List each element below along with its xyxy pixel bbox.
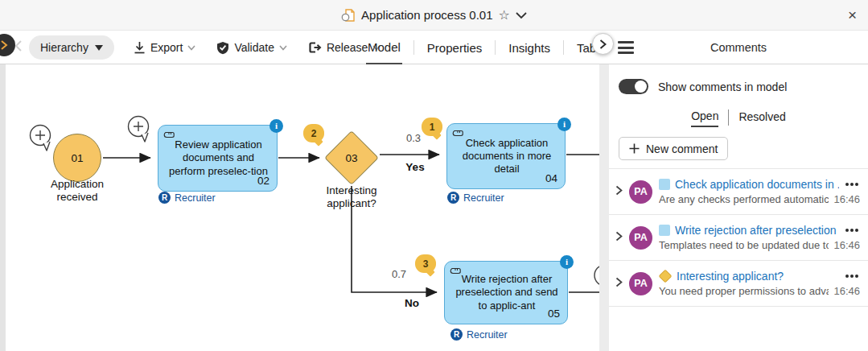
show-comments-toggle[interactable]: [619, 79, 648, 94]
chevron-right-icon: [599, 39, 607, 49]
comment-count-badge[interactable]: 1: [422, 118, 442, 136]
comment-preview: Are any checks performed automatical...: [659, 193, 829, 205]
model-title-group[interactable]: Application process 0.01 ☆: [341, 8, 527, 23]
tab-resolved[interactable]: Resolved: [738, 109, 785, 126]
chevron-down-icon: [187, 45, 195, 51]
new-comment-label: New comment: [646, 142, 718, 155]
validate-button[interactable]: Validate: [216, 41, 287, 55]
tab-open[interactable]: Open: [691, 108, 718, 127]
comment-time: 16:46: [833, 193, 860, 205]
task-label: Review application documents and perform…: [168, 138, 269, 178]
task05-assignee[interactable]: R Recruiter: [450, 328, 508, 341]
chevron-down-icon: [95, 45, 103, 51]
tab-insights-label: Insights: [508, 41, 550, 55]
show-comments-toggle-row: Show comments in model: [619, 79, 868, 94]
gateway-number: 03: [324, 130, 379, 185]
expand-panel-button[interactable]: [0, 34, 15, 56]
role-icon: R: [447, 192, 459, 204]
comments-panel: Show comments in model Open Resolved New…: [609, 64, 868, 351]
task-label: Write rejection after preselection and s…: [455, 273, 559, 312]
comment-item[interactable]: PA Interesting applicant? You need prope…: [609, 261, 868, 307]
process-document-icon: [341, 8, 356, 23]
collapse-comments-button[interactable]: [592, 33, 614, 55]
favorite-star-icon[interactable]: ☆: [499, 9, 510, 22]
comment-body: Interesting applicant? You need proper p…: [659, 270, 860, 297]
tab-insights[interactable]: Insights: [507, 31, 552, 64]
new-comment-button[interactable]: New comment: [619, 137, 728, 160]
close-icon[interactable]: ×: [848, 7, 857, 23]
avatar[interactable]: PA: [629, 272, 652, 295]
assignee-label: Recruiter: [175, 192, 216, 204]
comment-filter-tabs: Open Resolved: [609, 108, 868, 127]
comment-element-link[interactable]: Interesting applicant?: [677, 270, 784, 283]
add-comment-bubble[interactable]: [129, 117, 149, 142]
info-icon[interactable]: [560, 255, 574, 269]
gateway-label: Interesting applicant?: [311, 184, 392, 210]
assignee-label: Recruiter: [463, 192, 504, 204]
yes-flow-probability: 0.3: [406, 132, 421, 144]
page-title: Application process 0.01: [361, 8, 492, 22]
title-bar: Application process 0.01 ☆ ×: [0, 0, 868, 31]
info-icon[interactable]: [269, 119, 283, 133]
gateway-interesting-applicant[interactable]: 03: [324, 130, 379, 185]
panel-divider-strip[interactable]: [599, 64, 609, 351]
more-options-icon[interactable]: [844, 181, 860, 188]
hierarchy-dropdown[interactable]: Hierarchy: [29, 35, 114, 60]
toggle-label: Show comments in model: [658, 81, 787, 93]
start-event[interactable]: 01: [53, 134, 101, 182]
tab-model[interactable]: Model: [366, 31, 402, 64]
back-chevron-icon[interactable]: [14, 40, 23, 55]
avatar[interactable]: PA: [629, 226, 652, 250]
release-icon: [308, 41, 322, 54]
validate-label: Validate: [234, 41, 274, 54]
comment-count-badge[interactable]: 2: [303, 124, 324, 142]
task-number: 02: [257, 175, 269, 188]
chevron-right-icon: [0, 40, 8, 50]
comment-body: Write rejection after preselection ... T…: [659, 224, 860, 251]
task-number: 04: [545, 172, 557, 186]
task-shape-icon: [659, 225, 670, 236]
expand-chevron-icon[interactable]: [615, 276, 623, 291]
export-button[interactable]: Export: [134, 41, 195, 54]
comment-element-link[interactable]: Write rejection after preselection ...: [675, 224, 839, 237]
expand-chevron-icon[interactable]: [615, 230, 623, 245]
view-tabs: Model Properties Insights Tab: [366, 31, 607, 64]
comment-time: 16:46: [833, 239, 860, 251]
export-label: Export: [150, 41, 183, 54]
model-canvas[interactable]: 01 Application received Review applicati…: [0, 64, 599, 351]
task-review-application[interactable]: Review application documents and perform…: [158, 125, 278, 192]
task02-assignee[interactable]: R Recruiter: [158, 192, 216, 204]
role-icon: R: [158, 192, 171, 204]
comment-item[interactable]: PA Check application documents in ... Ar…: [609, 169, 868, 215]
toggle-knob: [635, 81, 647, 93]
hierarchy-label: Hierarchy: [40, 41, 88, 54]
no-flow-probability: 0.7: [392, 268, 406, 280]
no-flow-label: No: [397, 297, 426, 309]
role-icon: R: [450, 328, 463, 341]
title-chevron-down-icon[interactable]: [516, 8, 527, 22]
comment-element-link[interactable]: Check application documents in ...: [675, 178, 839, 191]
tab-separator: [563, 40, 564, 55]
task-write-rejection[interactable]: Write rejection after preselection and s…: [444, 261, 568, 324]
info-icon[interactable]: [557, 118, 571, 131]
task-check-documents[interactable]: Check application documents in more deta…: [446, 123, 566, 189]
more-options-icon[interactable]: [844, 227, 860, 233]
comment-item[interactable]: PA Write rejection after preselection ..…: [609, 215, 868, 261]
filter-tab-separator: [728, 109, 729, 126]
tab-properties[interactable]: Properties: [426, 31, 483, 64]
expand-chevron-icon[interactable]: [615, 184, 623, 199]
comment-list: PA Check application documents in ... Ar…: [609, 168, 868, 307]
task-label: Check application documents in more deta…: [457, 137, 557, 176]
more-options-icon[interactable]: [844, 273, 860, 279]
manual-task-hand-icon: [450, 266, 462, 276]
plus-icon: [629, 143, 640, 154]
avatar[interactable]: PA: [629, 180, 652, 204]
add-comment-bubble[interactable]: [31, 126, 51, 151]
toolbar: Hierarchy Export Validate Rel: [0, 31, 868, 64]
shield-check-icon: [216, 41, 229, 55]
left-scroll-strip[interactable]: [0, 64, 6, 351]
tab-properties-label: Properties: [427, 41, 482, 55]
comments-panel-title: Comments: [609, 31, 868, 64]
comment-count-badge[interactable]: 3: [415, 254, 436, 273]
task04-assignee[interactable]: R Recruiter: [447, 192, 504, 204]
